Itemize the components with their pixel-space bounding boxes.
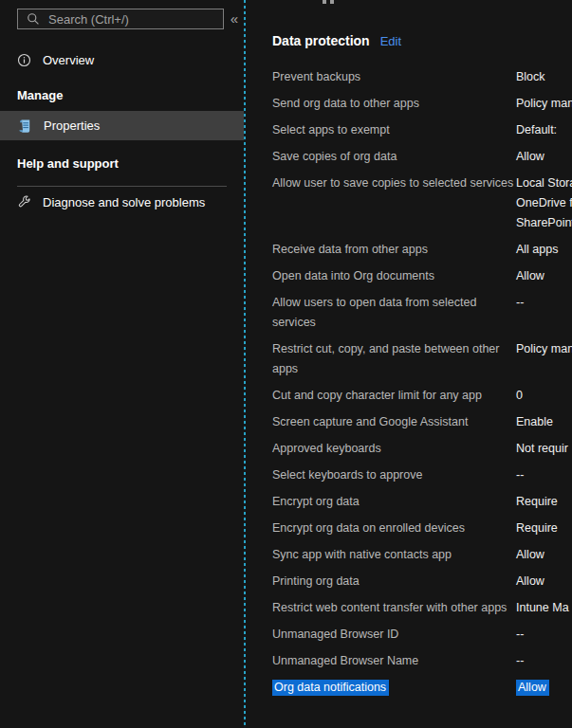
setting-row: Receive data from other apps All apps <box>272 240 572 260</box>
setting-row: Unmanaged Browser ID -- <box>272 625 572 645</box>
setting-label: Open data into Org documents <box>272 269 434 282</box>
setting-row: Select keyboards to approve -- <box>272 465 572 485</box>
sidebar-item-label: Properties <box>44 118 100 133</box>
help-section-header: Help and support <box>17 156 119 171</box>
setting-row: Restrict cut, copy, and paste between ot… <box>272 339 572 379</box>
setting-value: Policy man <box>516 97 572 110</box>
setting-value: Local Stora OneDrive f SharePoint <box>516 176 572 229</box>
setting-label: Restrict web content transfer with other… <box>272 601 507 614</box>
setting-label: Unmanaged Browser Name <box>272 654 418 667</box>
setting-value: Block <box>516 70 545 83</box>
collapse-sidebar-button[interactable]: « <box>227 9 242 28</box>
setting-value: Not requir <box>516 442 568 455</box>
setting-value: Allow <box>516 150 544 163</box>
page-title: Data protection <box>272 33 370 48</box>
setting-row: Screen capture and Google Assistant Enab… <box>272 412 572 432</box>
clipped-text-fragment <box>330 0 334 4</box>
setting-value: Policy man <box>516 342 572 355</box>
setting-label: Sync app with native contacts app <box>272 548 452 561</box>
setting-label: Send org data to other apps <box>272 97 419 110</box>
sidebar-divider <box>17 186 227 187</box>
edit-link[interactable]: Edit <box>380 34 401 48</box>
search-placeholder: Search (Ctrl+/) <box>48 12 129 27</box>
setting-row: Encrypt org data Require <box>272 492 572 512</box>
setting-value: Allow <box>516 680 549 696</box>
setting-value: All apps <box>516 243 558 256</box>
setting-row: Save copies of org data Allow <box>272 147 572 167</box>
setting-row: Restrict web content transfer with other… <box>272 598 572 618</box>
setting-label: Encrypt org data <box>272 495 360 508</box>
setting-value: -- <box>516 468 524 482</box>
setting-label: Prevent backups <box>272 70 360 83</box>
setting-row: Org data notifications Allow <box>272 678 572 698</box>
info-icon <box>17 53 31 67</box>
section-heading-row: Data protection Edit <box>272 33 401 48</box>
setting-label: Encrypt org data on enrolled devices <box>272 521 465 535</box>
sidebar-item-label: Overview <box>43 53 94 67</box>
setting-row: Sync app with native contacts app Allow <box>272 545 572 565</box>
setting-row: Encrypt org data on enrolled devices Req… <box>272 519 572 538</box>
setting-value: -- <box>516 296 524 309</box>
setting-label: Select keyboards to approve <box>272 468 422 482</box>
setting-value: Allow <box>516 269 544 282</box>
sidebar-item-diagnose[interactable]: Diagnose and solve problems <box>0 189 244 215</box>
setting-value: Require <box>516 495 558 508</box>
setting-row: Printing org data Allow <box>272 572 572 592</box>
setting-row: Prevent backups Block <box>272 67 572 87</box>
setting-row: Select apps to exempt Default: <box>272 120 572 140</box>
setting-label: Select apps to exempt <box>272 123 390 136</box>
setting-row: Allow users to open data from selected s… <box>272 293 572 333</box>
setting-label: Screen capture and Google Assistant <box>272 415 468 428</box>
sidebar: Search (Ctrl+/) « Overview Manage Proper… <box>0 0 244 728</box>
setting-value: Require <box>516 521 558 535</box>
search-icon <box>27 12 40 26</box>
setting-value: Allow <box>516 574 544 588</box>
setting-label: Save copies of org data <box>272 150 397 163</box>
setting-label: Org data notifications <box>272 680 389 696</box>
setting-value: -- <box>516 628 524 641</box>
setting-row: Allow user to save copies to selected se… <box>272 173 572 233</box>
settings-table: Prevent backups Block Send org data to o… <box>272 67 572 704</box>
manage-section-header: Manage <box>17 88 63 102</box>
setting-label: Unmanaged Browser ID <box>272 628 398 641</box>
clipped-text-fragment <box>323 0 326 4</box>
setting-value: 0 <box>516 389 523 402</box>
setting-value: Intune Ma <box>516 601 569 614</box>
setting-label: Approved keyboards <box>272 442 381 455</box>
pane-resize-handle[interactable] <box>244 0 246 728</box>
setting-row: Open data into Org documents Allow <box>272 266 572 286</box>
setting-label: Printing org data <box>272 574 360 588</box>
setting-row: Unmanaged Browser Name -- <box>272 651 572 671</box>
setting-label: Allow users to open data from selected s… <box>272 296 476 329</box>
data-protection-panel: Data protection Edit Prevent backups Blo… <box>248 0 572 728</box>
setting-value: Default: <box>516 123 557 136</box>
setting-label: Cut and copy character limit for any app <box>272 389 482 402</box>
setting-label: Receive data from other apps <box>272 243 428 256</box>
setting-label: Restrict cut, copy, and paste between ot… <box>272 342 499 375</box>
setting-row: Send org data to other apps Policy man <box>272 94 572 114</box>
setting-value: -- <box>516 654 524 667</box>
setting-row: Approved keyboards Not requir <box>272 439 572 459</box>
setting-row: Cut and copy character limit for any app… <box>272 386 572 406</box>
wrench-icon <box>17 195 31 209</box>
setting-label: Allow user to save copies to selected se… <box>272 176 513 190</box>
search-input[interactable]: Search (Ctrl+/) <box>17 9 224 29</box>
sidebar-item-label: Diagnose and solve problems <box>43 195 205 209</box>
sidebar-item-overview[interactable]: Overview <box>0 46 244 73</box>
setting-value: Allow <box>516 548 544 561</box>
sidebar-item-properties[interactable]: Properties <box>0 111 244 140</box>
properties-icon <box>17 118 32 134</box>
setting-value: Enable <box>516 415 553 428</box>
